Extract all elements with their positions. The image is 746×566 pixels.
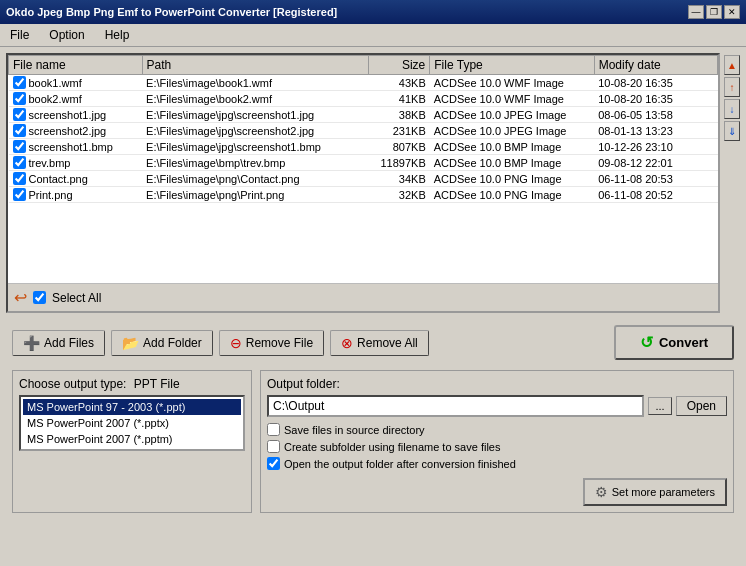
file-size-cell: 34KB: [368, 171, 430, 187]
row-checkbox[interactable]: [13, 76, 26, 89]
row-checkbox[interactable]: [13, 156, 26, 169]
select-all-row: ↩ Select All: [8, 283, 718, 311]
file-size-cell: 43KB: [368, 75, 430, 91]
row-checkbox[interactable]: [13, 108, 26, 121]
file-date-cell: 08-06-05 13:58: [594, 107, 717, 123]
open-folder-button[interactable]: Open: [676, 396, 727, 416]
menu-file[interactable]: File: [4, 26, 35, 44]
col-filetype[interactable]: File Type: [430, 56, 594, 75]
table-row[interactable]: screenshot1.bmp E:\Files\image\jpg\scree…: [9, 139, 718, 155]
scroll-top-button[interactable]: ▲: [724, 55, 740, 75]
remove-file-icon: ⊖: [230, 335, 242, 351]
window-controls: — ❐ ✕: [688, 5, 740, 19]
restore-button[interactable]: ❐: [706, 5, 722, 19]
file-name-cell: Contact.png: [9, 171, 143, 187]
add-files-label: Add Files: [44, 336, 94, 350]
table-row[interactable]: screenshot2.jpg E:\Files\image\jpg\scree…: [9, 123, 718, 139]
file-name-cell: screenshot1.jpg: [9, 107, 143, 123]
close-button[interactable]: ✕: [724, 5, 740, 19]
output-type-title: Choose output type: PPT File: [19, 377, 245, 391]
add-folder-button[interactable]: 📂 Add Folder: [111, 330, 213, 356]
col-date[interactable]: Modify date: [594, 56, 717, 75]
file-type-cell: ACDSee 10.0 WMF Image: [430, 75, 594, 91]
add-files-button[interactable]: ➕ Add Files: [12, 330, 105, 356]
menu-bar: File Option Help: [0, 24, 746, 47]
file-size-cell: 41KB: [368, 91, 430, 107]
remove-all-button[interactable]: ⊗ Remove All: [330, 330, 429, 356]
select-all-label: Select All: [52, 291, 101, 305]
file-type-cell: ACDSee 10.0 JPEG Image: [430, 107, 594, 123]
output-option-checkbox[interactable]: [267, 457, 280, 470]
file-type-cell: ACDSee 10.0 JPEG Image: [430, 123, 594, 139]
select-all-checkbox[interactable]: [33, 291, 46, 304]
output-option-row: Open the output folder after conversion …: [267, 457, 727, 470]
folder-path-row: ... Open: [267, 395, 727, 417]
file-name: book2.wmf: [29, 93, 82, 105]
file-name-cell: screenshot2.jpg: [9, 123, 143, 139]
file-path-cell: E:\Files\image\book1.wmf: [142, 75, 368, 91]
scroll-up-button[interactable]: ↑: [724, 77, 740, 97]
bottom-panel: Choose output type: PPT File MS PowerPoi…: [6, 370, 740, 513]
title-bar: Okdo Jpeg Bmp Png Emf to PowerPoint Conv…: [0, 0, 746, 24]
table-row[interactable]: trev.bmp E:\Files\image\bmp\trev.bmp 118…: [9, 155, 718, 171]
menu-help[interactable]: Help: [99, 26, 136, 44]
file-size-cell: 32KB: [368, 187, 430, 203]
output-option-row: Save files in source directory: [267, 423, 727, 436]
file-type-cell: ACDSee 10.0 PNG Image: [430, 171, 594, 187]
row-checkbox[interactable]: [13, 140, 26, 153]
file-path-cell: E:\Files\image\bmp\trev.bmp: [142, 155, 368, 171]
file-size-cell: 38KB: [368, 107, 430, 123]
table-row[interactable]: Contact.png E:\Files\image\png\Contact.p…: [9, 171, 718, 187]
output-options: Save files in source directory Create su…: [267, 423, 727, 470]
table-row[interactable]: screenshot1.jpg E:\Files\image\jpg\scree…: [9, 107, 718, 123]
output-folder-title: Output folder:: [267, 377, 727, 391]
row-checkbox[interactable]: [13, 172, 26, 185]
col-size[interactable]: Size: [368, 56, 430, 75]
add-folder-label: Add Folder: [143, 336, 202, 350]
file-date-cell: 10-12-26 23:10: [594, 139, 717, 155]
empty-space: [8, 203, 718, 283]
file-date-cell: 10-08-20 16:35: [594, 75, 717, 91]
col-path[interactable]: Path: [142, 56, 368, 75]
file-date-cell: 08-01-13 13:23: [594, 123, 717, 139]
output-folder-panel: Output folder: ... Open Save files in so…: [260, 370, 734, 513]
remove-all-label: Remove All: [357, 336, 418, 350]
output-folder-input[interactable]: [267, 395, 644, 417]
table-row[interactable]: book1.wmf E:\Files\image\book1.wmf 43KB …: [9, 75, 718, 91]
table-row[interactable]: book2.wmf E:\Files\image\book2.wmf 41KB …: [9, 91, 718, 107]
minimize-button[interactable]: —: [688, 5, 704, 19]
file-name: Print.png: [29, 189, 73, 201]
file-path-cell: E:\Files\image\jpg\screenshot1.jpg: [142, 107, 368, 123]
format-item[interactable]: MS PowerPoint 97 - 2003 (*.ppt): [23, 399, 241, 415]
format-item[interactable]: MS PowerPoint 2007 (*.pptm): [23, 431, 241, 447]
output-option-label: Save files in source directory: [284, 424, 425, 436]
menu-option[interactable]: Option: [43, 26, 90, 44]
row-checkbox[interactable]: [13, 92, 26, 105]
file-size-cell: 807KB: [368, 139, 430, 155]
output-option-checkbox[interactable]: [267, 423, 280, 436]
file-table: File name Path Size File Type Modify dat…: [8, 55, 718, 203]
convert-button[interactable]: ↺ Convert: [614, 325, 734, 360]
file-date-cell: 06-11-08 20:52: [594, 187, 717, 203]
back-icon[interactable]: ↩: [14, 288, 27, 307]
file-name: screenshot1.bmp: [29, 141, 113, 153]
file-type-cell: ACDSee 10.0 BMP Image: [430, 155, 594, 171]
table-row[interactable]: Print.png E:\Files\image\png\Print.png 3…: [9, 187, 718, 203]
params-label: Set more parameters: [612, 486, 715, 498]
row-checkbox[interactable]: [13, 124, 26, 137]
browse-button[interactable]: ...: [648, 397, 671, 415]
file-path-cell: E:\Files\image\book2.wmf: [142, 91, 368, 107]
output-option-checkbox[interactable]: [267, 440, 280, 453]
file-name: book1.wmf: [29, 77, 82, 89]
format-item[interactable]: MS PowerPoint 2007 (*.pptx): [23, 415, 241, 431]
file-name: screenshot1.jpg: [29, 109, 107, 121]
file-type-cell: ACDSee 10.0 PNG Image: [430, 187, 594, 203]
set-more-params-button[interactable]: ⚙ Set more parameters: [583, 478, 727, 506]
col-filename[interactable]: File name: [9, 56, 143, 75]
scroll-down-button[interactable]: ↓: [724, 99, 740, 119]
remove-file-button[interactable]: ⊖ Remove File: [219, 330, 324, 356]
row-checkbox[interactable]: [13, 188, 26, 201]
file-size-cell: 11897KB: [368, 155, 430, 171]
scroll-bottom-button[interactable]: ⇓: [724, 121, 740, 141]
file-name: screenshot2.jpg: [29, 125, 107, 137]
